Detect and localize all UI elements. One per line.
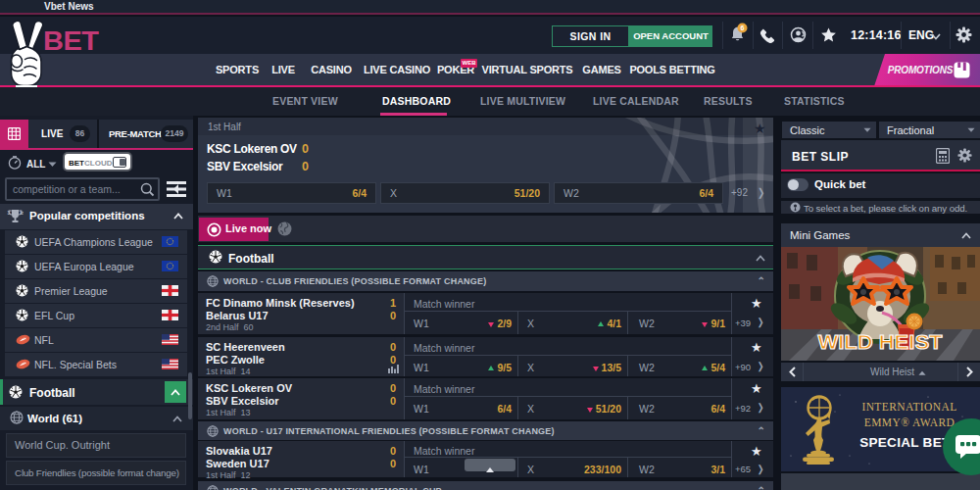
svg-text:ʫ: ʫ xyxy=(21,210,24,216)
svg-text:3: 3 xyxy=(8,210,11,216)
svg-text:WILD HEIST: WILD HEIST xyxy=(818,330,943,353)
svg-text:6: 6 xyxy=(741,24,745,31)
